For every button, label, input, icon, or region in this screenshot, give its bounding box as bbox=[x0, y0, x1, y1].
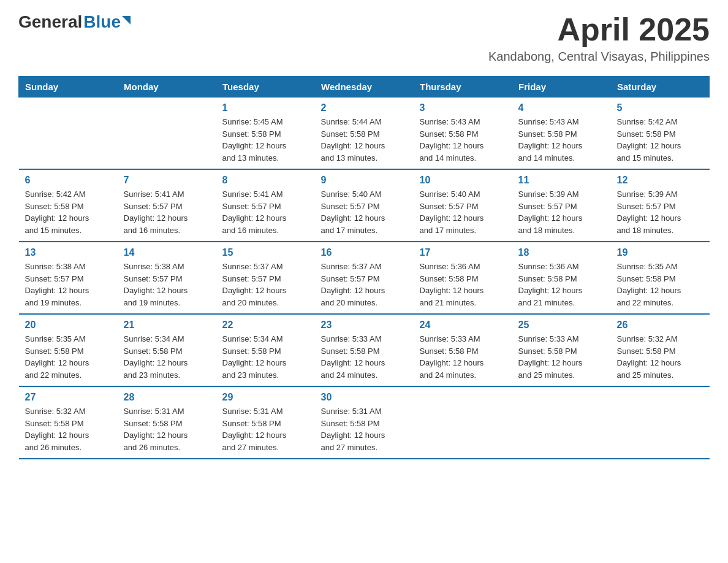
calendar-cell: 1Sunrise: 5:45 AMSunset: 5:58 PMDaylight… bbox=[216, 98, 315, 170]
day-info: Sunrise: 5:31 AMSunset: 5:58 PMDaylight:… bbox=[222, 405, 309, 453]
day-info: Sunrise: 5:40 AMSunset: 5:57 PMDaylight:… bbox=[321, 188, 408, 236]
day-number: 4 bbox=[518, 102, 605, 113]
day-number: 12 bbox=[617, 175, 703, 186]
day-info: Sunrise: 5:34 AMSunset: 5:58 PMDaylight:… bbox=[222, 333, 309, 381]
calendar-cell: 2Sunrise: 5:44 AMSunset: 5:58 PMDaylight… bbox=[315, 98, 414, 170]
calendar-cell: 5Sunrise: 5:42 AMSunset: 5:58 PMDaylight… bbox=[611, 98, 710, 170]
day-info: Sunrise: 5:43 AMSunset: 5:58 PMDaylight:… bbox=[420, 116, 506, 164]
calendar-cell: 14Sunrise: 5:38 AMSunset: 5:57 PMDayligh… bbox=[118, 242, 216, 314]
day-number: 6 bbox=[25, 175, 112, 186]
day-info: Sunrise: 5:35 AMSunset: 5:58 PMDaylight:… bbox=[617, 261, 703, 308]
calendar-cell: 13Sunrise: 5:38 AMSunset: 5:57 PMDayligh… bbox=[19, 242, 118, 314]
calendar-cell: 6Sunrise: 5:42 AMSunset: 5:58 PMDaylight… bbox=[19, 169, 118, 242]
col-tuesday: Tuesday bbox=[216, 77, 315, 98]
calendar-cell bbox=[512, 386, 611, 459]
day-info: Sunrise: 5:33 AMSunset: 5:58 PMDaylight:… bbox=[420, 333, 506, 381]
logo: General Blue bbox=[18, 12, 131, 32]
day-number: 1 bbox=[222, 102, 309, 113]
day-number: 8 bbox=[222, 175, 309, 186]
col-friday: Friday bbox=[512, 77, 611, 98]
day-info: Sunrise: 5:44 AMSunset: 5:58 PMDaylight:… bbox=[321, 116, 408, 164]
day-number: 30 bbox=[321, 392, 408, 403]
calendar-week-3: 13Sunrise: 5:38 AMSunset: 5:57 PMDayligh… bbox=[19, 242, 710, 314]
calendar-week-1: 1Sunrise: 5:45 AMSunset: 5:58 PMDaylight… bbox=[19, 98, 710, 170]
day-number: 26 bbox=[617, 320, 703, 331]
day-number: 7 bbox=[124, 175, 210, 186]
calendar-cell: 15Sunrise: 5:37 AMSunset: 5:57 PMDayligh… bbox=[216, 242, 315, 314]
calendar-cell: 17Sunrise: 5:36 AMSunset: 5:58 PMDayligh… bbox=[414, 242, 512, 314]
calendar-cell: 23Sunrise: 5:33 AMSunset: 5:58 PMDayligh… bbox=[315, 314, 414, 386]
day-number: 17 bbox=[420, 247, 506, 258]
calendar-cell: 25Sunrise: 5:33 AMSunset: 5:58 PMDayligh… bbox=[512, 314, 611, 386]
day-info: Sunrise: 5:31 AMSunset: 5:58 PMDaylight:… bbox=[124, 405, 210, 453]
page-header: General Blue April 2025 Kandabong, Centr… bbox=[18, 12, 710, 64]
day-number: 13 bbox=[25, 247, 112, 258]
day-info: Sunrise: 5:38 AMSunset: 5:57 PMDaylight:… bbox=[25, 261, 112, 308]
col-wednesday: Wednesday bbox=[315, 77, 414, 98]
day-info: Sunrise: 5:36 AMSunset: 5:58 PMDaylight:… bbox=[420, 261, 506, 308]
day-info: Sunrise: 5:42 AMSunset: 5:58 PMDaylight:… bbox=[617, 116, 703, 164]
day-info: Sunrise: 5:38 AMSunset: 5:57 PMDaylight:… bbox=[124, 261, 210, 308]
day-info: Sunrise: 5:36 AMSunset: 5:58 PMDaylight:… bbox=[518, 261, 605, 308]
col-thursday: Thursday bbox=[414, 77, 512, 98]
logo-blue-text: Blue bbox=[83, 12, 121, 32]
logo-arrow-icon bbox=[122, 16, 131, 25]
day-number: 11 bbox=[518, 175, 605, 186]
calendar-cell: 20Sunrise: 5:35 AMSunset: 5:58 PMDayligh… bbox=[19, 314, 118, 386]
location-subtitle: Kandabong, Central Visayas, Philippines bbox=[488, 50, 710, 64]
calendar-cell: 8Sunrise: 5:41 AMSunset: 5:57 PMDaylight… bbox=[216, 169, 315, 242]
calendar-cell: 16Sunrise: 5:37 AMSunset: 5:57 PMDayligh… bbox=[315, 242, 414, 314]
calendar-table: Sunday Monday Tuesday Wednesday Thursday… bbox=[18, 76, 710, 459]
day-info: Sunrise: 5:42 AMSunset: 5:58 PMDaylight:… bbox=[25, 188, 112, 236]
calendar-cell: 21Sunrise: 5:34 AMSunset: 5:58 PMDayligh… bbox=[118, 314, 216, 386]
title-block: April 2025 Kandabong, Central Visayas, P… bbox=[488, 12, 710, 64]
day-info: Sunrise: 5:39 AMSunset: 5:57 PMDaylight:… bbox=[617, 188, 703, 236]
day-number: 2 bbox=[321, 102, 408, 113]
day-info: Sunrise: 5:45 AMSunset: 5:58 PMDaylight:… bbox=[222, 116, 309, 164]
calendar-cell: 10Sunrise: 5:40 AMSunset: 5:57 PMDayligh… bbox=[414, 169, 512, 242]
calendar-cell: 18Sunrise: 5:36 AMSunset: 5:58 PMDayligh… bbox=[512, 242, 611, 314]
day-number: 9 bbox=[321, 175, 408, 186]
day-number: 22 bbox=[222, 320, 309, 331]
day-number: 16 bbox=[321, 247, 408, 258]
calendar-week-4: 20Sunrise: 5:35 AMSunset: 5:58 PMDayligh… bbox=[19, 314, 710, 386]
day-number: 20 bbox=[25, 320, 112, 331]
day-number: 15 bbox=[222, 247, 309, 258]
calendar-cell: 27Sunrise: 5:32 AMSunset: 5:58 PMDayligh… bbox=[19, 386, 118, 459]
day-number: 19 bbox=[617, 247, 703, 258]
month-title: April 2025 bbox=[488, 12, 710, 47]
calendar-cell bbox=[414, 386, 512, 459]
day-number: 3 bbox=[420, 102, 506, 113]
calendar-week-5: 27Sunrise: 5:32 AMSunset: 5:58 PMDayligh… bbox=[19, 386, 710, 459]
day-info: Sunrise: 5:31 AMSunset: 5:58 PMDaylight:… bbox=[321, 405, 408, 453]
day-number: 27 bbox=[25, 392, 112, 403]
day-number: 21 bbox=[124, 320, 210, 331]
calendar-cell bbox=[611, 386, 710, 459]
calendar-cell: 4Sunrise: 5:43 AMSunset: 5:58 PMDaylight… bbox=[512, 98, 611, 170]
col-sunday: Sunday bbox=[19, 77, 118, 98]
calendar-header: Sunday Monday Tuesday Wednesday Thursday… bbox=[19, 77, 710, 98]
day-info: Sunrise: 5:33 AMSunset: 5:58 PMDaylight:… bbox=[518, 333, 605, 381]
logo-general-text: General bbox=[18, 12, 82, 32]
day-number: 28 bbox=[124, 392, 210, 403]
day-info: Sunrise: 5:39 AMSunset: 5:57 PMDaylight:… bbox=[518, 188, 605, 236]
day-info: Sunrise: 5:40 AMSunset: 5:57 PMDaylight:… bbox=[420, 188, 506, 236]
calendar-cell bbox=[118, 98, 216, 170]
day-info: Sunrise: 5:43 AMSunset: 5:58 PMDaylight:… bbox=[518, 116, 605, 164]
day-number: 24 bbox=[420, 320, 506, 331]
day-number: 14 bbox=[124, 247, 210, 258]
calendar-cell: 3Sunrise: 5:43 AMSunset: 5:58 PMDaylight… bbox=[414, 98, 512, 170]
calendar-cell: 28Sunrise: 5:31 AMSunset: 5:58 PMDayligh… bbox=[118, 386, 216, 459]
calendar-week-2: 6Sunrise: 5:42 AMSunset: 5:58 PMDaylight… bbox=[19, 169, 710, 242]
calendar-cell: 9Sunrise: 5:40 AMSunset: 5:57 PMDaylight… bbox=[315, 169, 414, 242]
day-number: 10 bbox=[420, 175, 506, 186]
day-info: Sunrise: 5:32 AMSunset: 5:58 PMDaylight:… bbox=[617, 333, 703, 381]
logo-blue-section: Blue bbox=[83, 12, 131, 32]
calendar-cell: 7Sunrise: 5:41 AMSunset: 5:57 PMDaylight… bbox=[118, 169, 216, 242]
calendar-cell: 11Sunrise: 5:39 AMSunset: 5:57 PMDayligh… bbox=[512, 169, 611, 242]
day-info: Sunrise: 5:34 AMSunset: 5:58 PMDaylight:… bbox=[124, 333, 210, 381]
day-info: Sunrise: 5:32 AMSunset: 5:58 PMDaylight:… bbox=[25, 405, 112, 453]
day-info: Sunrise: 5:37 AMSunset: 5:57 PMDaylight:… bbox=[321, 261, 408, 308]
day-number: 18 bbox=[518, 247, 605, 258]
calendar-cell: 24Sunrise: 5:33 AMSunset: 5:58 PMDayligh… bbox=[414, 314, 512, 386]
